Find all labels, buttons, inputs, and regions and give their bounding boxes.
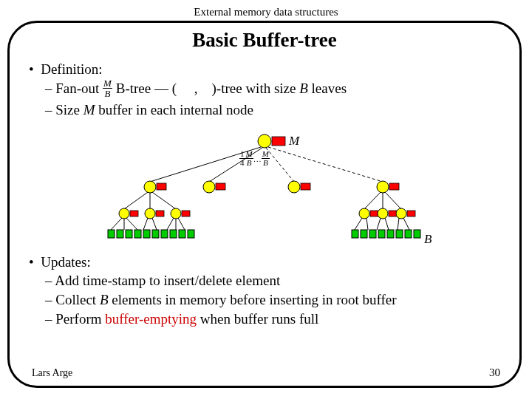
svg-rect-37 — [161, 230, 168, 238]
svg-point-21 — [171, 208, 181, 219]
svg-rect-58 — [369, 230, 376, 238]
svg-rect-11 — [301, 183, 310, 190]
svg-point-10 — [288, 181, 300, 193]
svg-rect-61 — [396, 230, 403, 238]
svg-line-23 — [111, 218, 122, 230]
definition-head: • Definition: — [29, 61, 500, 78]
svg-line-26 — [143, 218, 148, 230]
svg-line-30 — [178, 218, 185, 230]
buffer-tree-diagram: M 14MB…MB — [65, 126, 464, 252]
svg-point-6 — [144, 181, 156, 193]
svg-line-41 — [364, 192, 381, 209]
footer-author: Lars Arge — [32, 367, 72, 379]
svg-line-52 — [377, 218, 381, 230]
svg-line-55 — [403, 218, 409, 230]
footer-page-number: 30 — [489, 366, 500, 379]
svg-line-16 — [152, 192, 176, 209]
svg-line-14 — [124, 192, 148, 209]
svg-rect-38 — [170, 230, 177, 238]
svg-rect-20 — [156, 211, 164, 216]
svg-point-17 — [119, 208, 129, 219]
slide-title: Basic Buffer-tree — [10, 29, 519, 52]
svg-rect-63 — [414, 230, 420, 238]
svg-rect-36 — [152, 230, 159, 238]
updates-line-2: – Collect B elements in memory before in… — [45, 291, 500, 309]
updates-line-3: – Perform buffer-emptying when buffer ru… — [45, 310, 500, 328]
svg-rect-33 — [126, 230, 132, 238]
svg-rect-62 — [405, 230, 412, 238]
svg-rect-32 — [117, 230, 123, 238]
svg-rect-31 — [108, 230, 115, 238]
svg-line-27 — [152, 218, 157, 230]
svg-line-43 — [385, 192, 401, 209]
svg-rect-45 — [370, 211, 378, 216]
svg-line-50 — [355, 218, 362, 230]
svg-line-28 — [167, 218, 174, 230]
updates-line-1: – Add time-stamp to insert/delete elemen… — [45, 272, 500, 290]
svg-rect-56 — [352, 230, 358, 238]
svg-rect-18 — [130, 211, 138, 216]
svg-rect-7 — [157, 183, 166, 190]
svg-rect-59 — [378, 230, 385, 238]
svg-point-0 — [258, 134, 271, 148]
svg-rect-49 — [407, 211, 415, 216]
svg-rect-57 — [361, 230, 367, 238]
svg-point-48 — [396, 208, 406, 219]
course-header: External memory data structures — [0, 6, 532, 18]
definition-line-1: – Fan-out MB B-tree — ( , )-tree with si… — [45, 80, 500, 100]
svg-rect-9 — [216, 183, 225, 190]
definition-line-2: – Size M buffer in each internal node — [45, 101, 500, 119]
svg-point-8 — [203, 181, 215, 193]
svg-line-25 — [126, 218, 137, 230]
svg-line-53 — [385, 218, 389, 230]
svg-point-46 — [378, 208, 388, 219]
svg-rect-39 — [179, 230, 185, 238]
svg-rect-13 — [389, 183, 399, 190]
root-buffer-label: M — [288, 134, 300, 148]
updates-head: • Updates: — [29, 253, 500, 271]
svg-line-54 — [398, 218, 399, 230]
svg-line-51 — [366, 218, 368, 230]
svg-rect-60 — [387, 230, 394, 238]
leaf-size-label: B — [424, 232, 432, 246]
svg-rect-47 — [389, 211, 397, 216]
svg-rect-34 — [134, 230, 141, 238]
svg-rect-40 — [188, 230, 194, 238]
svg-rect-22 — [182, 211, 190, 216]
slide-frame: Basic Buffer-tree • Definition: – Fan-ou… — [7, 21, 522, 388]
svg-point-12 — [377, 181, 389, 193]
svg-rect-1 — [272, 137, 285, 146]
svg-rect-35 — [143, 230, 150, 238]
content-area: • Definition: – Fan-out MB B-tree — ( , … — [10, 61, 519, 328]
svg-point-19 — [145, 208, 155, 219]
svg-point-44 — [359, 208, 369, 219]
